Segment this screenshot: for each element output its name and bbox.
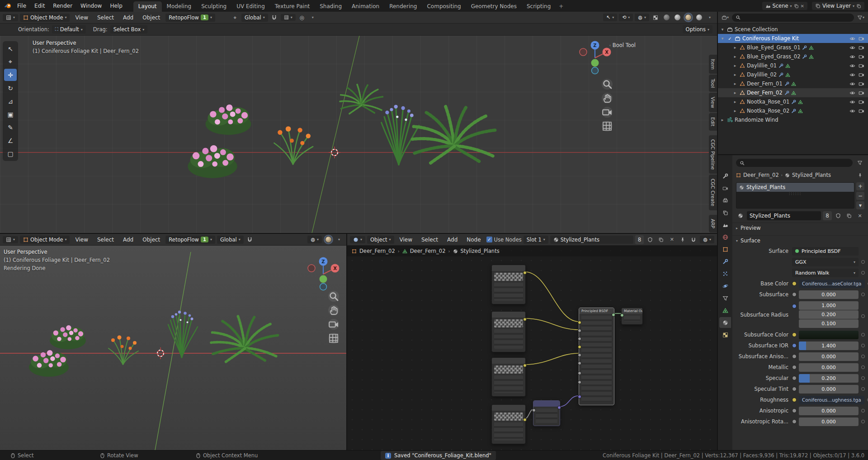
subsurface-field[interactable]: 0.000	[799, 290, 859, 299]
snap-magnet-icon[interactable]	[270, 13, 279, 22]
sidebar-tab-view[interactable]: View	[709, 93, 717, 112]
outliner-row-object[interactable]: ▸ Daylillie_01	[718, 61, 868, 70]
breadcrumb-material[interactable]: Stylized_Plants	[461, 248, 500, 254]
pan-hand-button[interactable]	[328, 305, 339, 316]
shading-solid-button[interactable]	[673, 13, 682, 22]
breadcrumb-object[interactable]: Deer_Fern_02	[743, 172, 779, 178]
use-nodes-checkbox[interactable]: ✓	[486, 237, 492, 242]
metallic-field[interactable]: 0.000	[799, 363, 859, 372]
base-color-field[interactable]: Coniferous...aseColor.tga	[799, 280, 865, 288]
roughness-field[interactable]: Coniferous...ughness.tga	[799, 396, 864, 404]
outliner-row-object[interactable]: ▸ Nootka_Rose_02	[718, 106, 868, 115]
pan-hand-button[interactable]	[602, 93, 613, 104]
hide-eye-icon[interactable]	[849, 54, 855, 60]
outliner-row-randomize-wind[interactable]: ▸ Randomize Wind	[718, 115, 868, 124]
subsurface-ior-field[interactable]: 1.400	[799, 341, 859, 350]
properties-editor[interactable]: Deer_Fern_02 › Stylized_Plants Stylized_…	[718, 155, 868, 450]
menu-node[interactable]: Node	[463, 235, 484, 244]
menu-object[interactable]: Object	[139, 13, 164, 22]
toggle-perspective-button[interactable]	[602, 121, 613, 132]
browse-material-icon[interactable]	[736, 211, 745, 220]
mode-dropdown[interactable]: Object Mode▾	[20, 14, 70, 22]
hide-eye-icon[interactable]	[849, 72, 855, 78]
render-camera-icon[interactable]	[859, 90, 864, 96]
gizmos-dropdown[interactable]: ⟲▾	[619, 14, 633, 21]
hide-eye-icon[interactable]	[849, 63, 855, 69]
properties-tab-view-layer[interactable]	[719, 207, 731, 218]
shading-dropdown[interactable]: ▾	[705, 13, 714, 22]
filter-icon[interactable]	[855, 158, 864, 167]
sidebar-tab-item[interactable]: Item	[709, 55, 717, 74]
menu-file[interactable]: File	[14, 1, 30, 10]
render-camera-icon[interactable]	[859, 81, 864, 87]
snap-magnet-icon[interactable]	[245, 235, 255, 244]
zoom-button[interactable]	[328, 291, 339, 302]
surface-shader-field[interactable]: Principled BSDF	[792, 247, 859, 256]
properties-tab-render[interactable]	[719, 183, 731, 194]
tab-compositing[interactable]: Compositing	[422, 1, 466, 12]
render-camera-icon[interactable]	[859, 72, 864, 78]
properties-tab-physics[interactable]	[719, 280, 731, 291]
slot-specials-button[interactable]: ▾	[856, 201, 864, 209]
retopoflow-dropdown[interactable]: RetopoFlow1▾	[165, 236, 215, 244]
radius-x-field[interactable]: 1.000	[799, 301, 859, 310]
transform-orientation-dropdown[interactable]: Global▾	[241, 14, 268, 22]
add-workspace-button[interactable]: +	[556, 1, 566, 12]
outliner-row-scene-collection[interactable]: ▾ Scene Collection	[718, 25, 868, 34]
expand-icon[interactable]: ▸	[720, 118, 725, 122]
slot-list-grip[interactable]: ::::::	[736, 192, 854, 195]
menu-select[interactable]: Select	[94, 13, 118, 22]
tool-cursor[interactable]: ⌖	[4, 56, 17, 68]
tab-sculpting[interactable]: Sculpting	[196, 1, 231, 12]
sidebar-tab-edit[interactable]: Edit	[709, 113, 717, 130]
properties-tab-output[interactable]	[719, 195, 731, 206]
xray-toggle[interactable]	[651, 13, 660, 22]
properties-tab-constraints[interactable]	[719, 293, 731, 304]
render-camera-icon[interactable]	[859, 99, 864, 105]
menu-view[interactable]: View	[71, 13, 91, 22]
shading-dropdown[interactable]: ▾	[335, 235, 344, 244]
orientation-dropdown[interactable]: ⛶Default▾	[52, 25, 86, 33]
sidebar-tab-arp[interactable]: ARP	[709, 215, 717, 232]
outliner-row-object[interactable]: ▸ Blue_Eyed_Grass_01	[718, 43, 868, 52]
outliner-row-collection[interactable]: ▾ ✓ Coniferous Foliage Kit	[718, 34, 868, 43]
tab-uv-editing[interactable]: UV Editing	[231, 1, 270, 12]
unlink-scene-icon[interactable]: ✕	[801, 4, 804, 9]
filter-icon[interactable]: ▾	[856, 13, 865, 22]
menu-view[interactable]: View	[396, 235, 416, 244]
tool-annotate[interactable]: ✎	[4, 121, 17, 133]
new-material-icon[interactable]	[656, 235, 665, 244]
anisotropic-field[interactable]: 0.000	[799, 407, 859, 415]
properties-tab-world[interactable]	[719, 232, 731, 242]
view-layer-selector[interactable]: View Layer ▾	[812, 2, 864, 10]
breadcrumb-object[interactable]: Deer_Fern_02	[359, 248, 395, 254]
render-camera-icon[interactable]	[859, 54, 864, 60]
menu-help[interactable]: Help	[106, 1, 126, 10]
subsurface-method-dropdown[interactable]: Random Walk▾	[792, 269, 859, 277]
proportional-falloff-dropdown[interactable]: ▾	[308, 13, 317, 22]
properties-tab-modifiers[interactable]	[719, 256, 731, 267]
menu-object[interactable]: Object	[139, 235, 164, 244]
outliner-search-input[interactable]	[732, 14, 854, 22]
sidebar-tab-tool[interactable]: Tool	[709, 75, 717, 92]
gizmo-z-label[interactable]: Z	[321, 259, 325, 264]
expand-icon[interactable]: ▸	[732, 54, 738, 59]
snap-magnet-icon[interactable]	[689, 235, 698, 244]
shading-material-button[interactable]	[684, 13, 693, 22]
navigation-gizmo[interactable]: Z X	[304, 255, 343, 294]
retopoflow-dropdown[interactable]: RetopoFlow1▾	[165, 14, 215, 22]
render-camera-icon[interactable]	[859, 63, 864, 69]
expand-icon[interactable]: ▸	[732, 109, 738, 113]
camera-view-button[interactable]	[328, 319, 339, 330]
tab-texture-paint[interactable]: Texture Paint	[270, 1, 315, 12]
mode-dropdown[interactable]: Object Mode▾	[20, 236, 70, 244]
material-users-button[interactable]: 8	[823, 211, 832, 220]
tool-move[interactable]: ✛	[4, 69, 17, 81]
zoom-button[interactable]	[602, 79, 613, 90]
shader-editor[interactable]: ▾ Object▾ View Select Add Node ✓ Use Nod…	[347, 234, 717, 450]
menu-add[interactable]: Add	[119, 13, 137, 22]
material-slot-list[interactable]: Stylized_Plants ::::::	[736, 182, 854, 209]
properties-tab-object-data[interactable]	[719, 305, 731, 316]
shading-rendered-button[interactable]	[324, 235, 333, 244]
snap-settings-dropdown[interactable]: ▾	[281, 14, 296, 21]
